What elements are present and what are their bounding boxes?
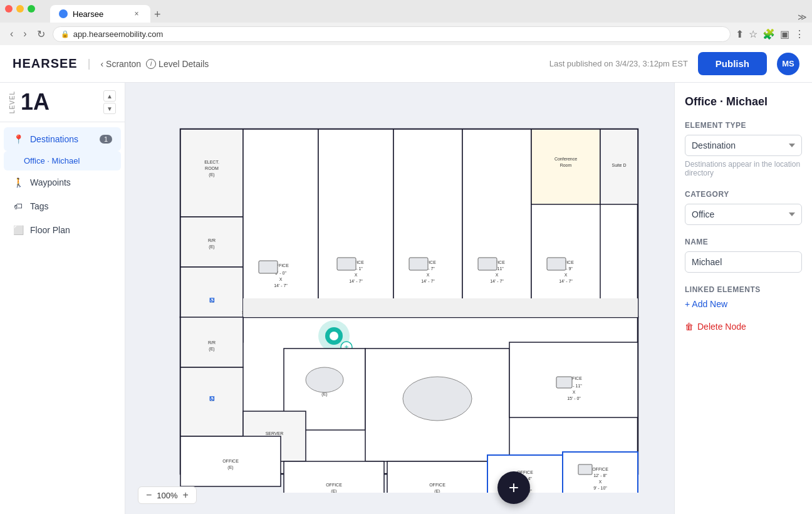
svg-text:♿: ♿: [209, 396, 215, 401]
svg-text:ROOM: ROOM: [205, 166, 219, 170]
svg-rect-38: [478, 258, 497, 270]
map-area[interactable]: ELECT. ROOM (E) R/R (E) ♿ OFFICE 9' - 0"…: [125, 83, 674, 514]
svg-rect-57: [180, 367, 243, 436]
nav-back-btn[interactable]: ‹: [8, 27, 16, 41]
svg-rect-95: [578, 464, 592, 475]
category-select[interactable]: Office Conference Room Restroom Lobby Ot…: [685, 204, 802, 225]
sidebar-item-floorplan[interactable]: ⬜ Floor Plan: [4, 218, 121, 242]
destinations-badge: 1: [100, 135, 112, 144]
svg-text:R/R: R/R: [208, 238, 216, 243]
tab-title: Hearsee: [73, 9, 103, 19]
svg-rect-26: [393, 129, 462, 317]
destinations-label: Destinations: [30, 134, 93, 144]
tab-favicon: [59, 9, 68, 18]
waypoints-label: Waypoints: [30, 177, 112, 187]
header-divider: |: [88, 57, 91, 70]
destinations-icon: 📍: [13, 134, 24, 145]
linked-elements-section: Linked Elements + Add New: [685, 285, 802, 309]
share-btn[interactable]: ⬆: [736, 28, 744, 40]
svg-text:14' - 7": 14' - 7": [274, 283, 288, 288]
browser-tab-active[interactable]: Hearsee ×: [50, 5, 150, 23]
extensions-btn[interactable]: 🧩: [763, 28, 775, 40]
level-label-text: LEVEL: [9, 91, 16, 113]
sidebar-btn[interactable]: ▣: [780, 28, 789, 40]
add-new-button[interactable]: + Add New: [685, 299, 727, 309]
svg-text:SERVER: SERVER: [266, 431, 284, 436]
sidebar-item-tags[interactable]: 🏷 Tags: [4, 194, 121, 218]
last-published-text: Last published on 3/4/23, 3:12pm EST: [549, 59, 688, 68]
breadcrumb-back-btn[interactable]: ‹ Scranton: [100, 59, 141, 69]
svg-text:OFFICE: OFFICE: [222, 459, 239, 463]
svg-text:X: X: [599, 480, 602, 484]
app-header: HEARSEE | ‹ Scranton i Level Details Las…: [0, 45, 812, 83]
name-input[interactable]: [685, 251, 802, 273]
level-down-btn[interactable]: ▼: [103, 103, 116, 114]
pin-inner: [330, 332, 338, 340]
floorplan-icon: ⬜: [13, 224, 24, 236]
sidebar-item-destinations[interactable]: 📍 Destinations 1: [4, 127, 121, 151]
nav-forward-btn[interactable]: ›: [21, 27, 29, 41]
element-type-select-wrapper: Destination Waypoint Tag: [685, 135, 802, 156]
svg-rect-79: [284, 461, 384, 493]
address-bar[interactable]: 🔒 app.hearseemobility.com: [53, 26, 731, 42]
new-tab-btn[interactable]: +: [150, 7, 165, 23]
svg-text:♿: ♿: [209, 297, 215, 303]
breadcrumb-back-arrow: ‹: [100, 59, 103, 69]
nav-refresh-btn[interactable]: ↻: [34, 27, 48, 41]
svg-rect-24: [337, 258, 356, 270]
right-panel: Office · Michael Element Type Destinatio…: [674, 83, 812, 514]
sidebar-item-waypoints[interactable]: 🚶 Waypoints: [4, 170, 121, 194]
delete-icon: 🗑: [685, 322, 694, 332]
svg-text:OFFICE: OFFICE: [592, 467, 608, 471]
level-up-btn[interactable]: ▲: [103, 90, 116, 102]
svg-text:X: X: [355, 273, 358, 277]
name-label: Name: [685, 238, 802, 246]
svg-text:OFFICE: OFFICE: [429, 483, 445, 487]
level-badge: LEVEL 1A ▲ ▼: [0, 83, 125, 122]
level-details-btn[interactable]: i Level Details: [146, 59, 209, 69]
zoom-out-btn[interactable]: −: [143, 490, 154, 501]
publish-button[interactable]: Publish: [698, 52, 767, 75]
zoom-in-btn[interactable]: +: [180, 490, 191, 501]
browser-actions: ⬆ ☆ 🧩 ▣ ⋮: [736, 28, 804, 40]
sub-item-label: Office · Michael: [24, 156, 80, 165]
user-avatar[interactable]: MS: [777, 53, 799, 75]
window-maximize[interactable]: [28, 5, 35, 13]
zoom-controls: − 100% +: [138, 486, 197, 504]
window-minimize[interactable]: [16, 5, 24, 13]
category-label: Category: [685, 190, 802, 199]
zoom-level-text: 100%: [157, 491, 177, 500]
svg-text:14' - 7": 14' - 7": [490, 279, 504, 283]
svg-text:(E): (E): [227, 465, 233, 470]
menu-btn[interactable]: ⋮: [794, 28, 804, 40]
svg-text:X: X: [427, 273, 430, 277]
address-lock-icon: 🔒: [61, 30, 70, 38]
delete-node-label: Delete Node: [697, 322, 746, 332]
svg-text:X: X: [565, 273, 568, 277]
bookmark-btn[interactable]: ☆: [749, 28, 757, 40]
add-fab-button[interactable]: +: [497, 471, 530, 504]
category-section: Category Office Conference Room Restroom…: [685, 190, 802, 225]
tabs-collapse-btn[interactable]: ≫: [798, 12, 807, 22]
svg-rect-51: [243, 298, 638, 317]
svg-text:14' - 7": 14' - 7": [421, 279, 435, 283]
tags-label: Tags: [30, 201, 112, 211]
app: HEARSEE | ‹ Scranton i Level Details Las…: [0, 45, 812, 514]
browser-chrome: Hearsee × + ≫ ‹ › ↻ 🔒 app.hearseemobilit…: [0, 0, 812, 45]
floor-plan-canvas[interactable]: ELECT. ROOM (E) R/R (E) ♿ OFFICE 9' - 0"…: [125, 83, 674, 514]
tags-icon: 🏷: [13, 201, 24, 212]
sidebar-sub-item-office-michael[interactable]: Office · Michael: [4, 151, 121, 170]
app-body: LEVEL 1A ▲ ▼ 📍 Destinations 1 Office · M…: [0, 83, 812, 514]
svg-text:R/R: R/R: [208, 340, 216, 345]
delete-node-button[interactable]: 🗑 Delete Node: [685, 322, 746, 332]
element-type-select[interactable]: Destination Waypoint Tag: [685, 135, 802, 156]
floor-plan-svg: ELECT. ROOM (E) R/R (E) ♿ OFFICE 9' - 0"…: [143, 104, 657, 493]
svg-text:X: X: [573, 390, 576, 394]
floorplan-label: Floor Plan: [30, 225, 112, 235]
level-arrows: ▲ ▼: [103, 90, 116, 114]
svg-rect-12: [243, 129, 318, 317]
add-fab-icon: +: [509, 478, 519, 498]
window-close[interactable]: [5, 5, 13, 13]
tab-close-btn[interactable]: ×: [132, 9, 142, 19]
svg-rect-82: [387, 461, 487, 493]
